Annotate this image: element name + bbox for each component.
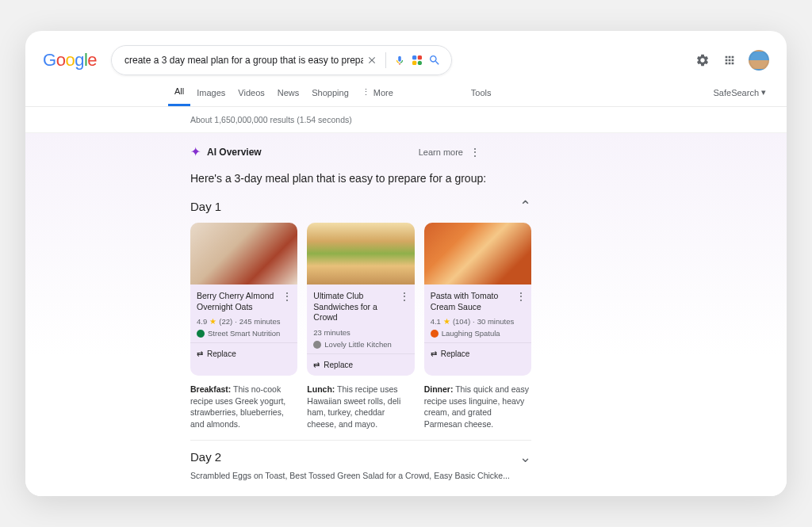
search-input[interactable] [124, 55, 363, 66]
star-icon: ★ [443, 317, 450, 326]
tools-link[interactable]: Tools [471, 88, 492, 105]
tab-images[interactable]: Images [190, 88, 232, 105]
chevron-down-icon[interactable]: ⌄ [519, 449, 531, 466]
sparkle-icon: ✦ [190, 144, 201, 159]
card-title: Berry Cherry Almond Overnight Oats [197, 291, 291, 312]
page-container: Google All [25, 31, 787, 496]
swap-icon: ⇄ [197, 349, 203, 358]
replace-button[interactable]: ⇄Replace [307, 353, 414, 376]
card-title: Ultimate Club Sandwiches for a Crowd [313, 291, 408, 323]
replace-button[interactable]: ⇄Replace [190, 342, 297, 365]
tab-videos[interactable]: Videos [232, 88, 270, 105]
card-image [307, 223, 414, 285]
results-meta: About 1,650,000,000 results (1.54 second… [25, 107, 787, 133]
divider [385, 52, 386, 68]
day2-summary: Scrambled Eggs on Toast, Best Tossed Gre… [190, 471, 531, 480]
search-icon[interactable] [426, 54, 443, 67]
swap-icon: ⇄ [431, 349, 437, 358]
dinner-desc: Dinner: This quick and easy recipe uses … [424, 384, 531, 430]
card-more-icon[interactable]: ⋮ [399, 291, 410, 302]
overview-title: AI Overview [207, 147, 262, 158]
card-meta: 4.1 ★ (104) · 30 minutes [431, 317, 525, 326]
ai-overview-section: ✦ AI Overview Learn more ⋮ Here's a 3-da… [25, 133, 787, 496]
safesearch-dropdown[interactable]: SafeSearch▾ [714, 87, 766, 105]
lens-search-icon[interactable] [408, 53, 426, 67]
more-icon[interactable]: ⋮ [469, 146, 481, 158]
card-title: Pasta with Tomato Cream Sauce [431, 291, 525, 312]
google-logo[interactable]: Google [43, 50, 97, 71]
cards-row: ⋮ Berry Cherry Almond Overnight Oats 4.9… [190, 223, 531, 376]
tab-all[interactable]: All [168, 86, 190, 106]
day1-header[interactable]: Day 1 ⌃ [190, 194, 531, 223]
apps-icon[interactable] [722, 52, 737, 68]
clear-icon[interactable] [363, 55, 381, 66]
tab-shopping[interactable]: Shopping [305, 88, 355, 105]
card-source: Lovely Little Kitchen [313, 340, 408, 349]
tab-news[interactable]: News [271, 88, 306, 105]
day1-title: Day 1 [190, 200, 221, 213]
overview-intro: Here's a 3-day meal plan that is easy to… [190, 167, 766, 194]
card-more-icon[interactable]: ⋮ [515, 291, 527, 302]
overview-header: ✦ AI Overview Learn more ⋮ [190, 133, 766, 167]
chevron-up-icon[interactable]: ⌃ [519, 197, 531, 215]
card-source: Laughing Spatula [431, 329, 525, 338]
card-image [424, 223, 531, 285]
tabs-row: All Images Videos News Shopping ⋮More To… [25, 75, 787, 107]
voice-search-icon[interactable] [391, 52, 408, 68]
svg-rect-0 [412, 55, 416, 59]
meal-card-dinner[interactable]: ⋮ Pasta with Tomato Cream Sauce 4.1 ★ (1… [424, 223, 531, 376]
star-icon: ★ [209, 317, 216, 326]
card-image [190, 223, 297, 285]
top-right-controls [695, 50, 769, 71]
meal-descriptions: Breakfast: This no-cook recipe uses Gree… [190, 384, 531, 441]
avatar[interactable] [749, 50, 769, 71]
top-bar: Google [25, 31, 787, 75]
svg-rect-1 [418, 55, 422, 59]
card-source: Street Smart Nutrition [197, 329, 291, 338]
swap-icon: ⇄ [313, 361, 320, 369]
card-meta: 4.9 ★ (22) · 245 minutes [197, 317, 291, 326]
day2-section[interactable]: Day 2 ⌄ Scrambled Eggs on Toast, Best To… [190, 441, 531, 480]
tab-more[interactable]: ⋮More [355, 87, 400, 105]
meal-card-breakfast[interactable]: ⋮ Berry Cherry Almond Overnight Oats 4.9… [190, 223, 297, 376]
card-more-icon[interactable]: ⋮ [282, 291, 293, 302]
chevron-down-icon: ▾ [761, 87, 766, 97]
learn-more-link[interactable]: Learn more ⋮ [419, 146, 481, 158]
search-box [111, 45, 452, 75]
replace-button[interactable]: ⇄Replace [424, 342, 531, 365]
settings-icon[interactable] [695, 52, 710, 68]
day2-title: Day 2 [190, 450, 221, 464]
svg-point-3 [418, 61, 422, 65]
svg-rect-2 [412, 61, 416, 65]
lunch-desc: Lunch: This recipe uses Hawaiian sweet r… [307, 384, 414, 430]
breakfast-desc: Breakfast: This no-cook recipe uses Gree… [190, 384, 297, 430]
card-meta: 23 minutes [313, 328, 408, 337]
meal-card-lunch[interactable]: ⋮ Ultimate Club Sandwiches for a Crowd 2… [307, 223, 414, 376]
